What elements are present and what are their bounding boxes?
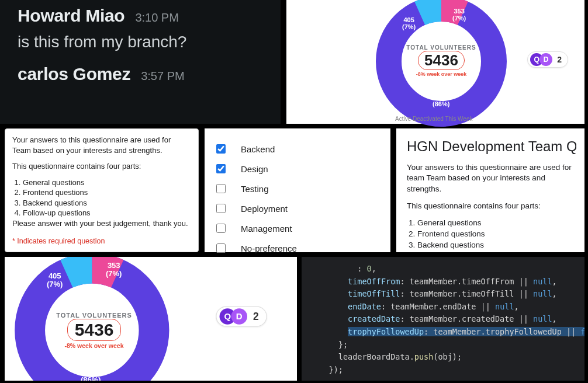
donut-center-label: TOTAL VOLUNTEERS	[50, 312, 138, 319]
badge-d-icon: D	[539, 53, 552, 66]
role-checkbox-panel: Backend Design Testing Deployment Manage…	[205, 128, 390, 252]
donut-legend: Active Deactivated This Week	[395, 116, 512, 122]
form1-closing: Please answer with your best judgement, …	[12, 218, 191, 229]
checkbox-no-preference[interactable]	[216, 243, 226, 253]
form2-parts-lead: This questionnaire contains four parts:	[407, 201, 576, 212]
list-item: Backend questions	[23, 198, 191, 208]
checkbox-label: Backend	[241, 144, 275, 154]
chat-message-1: is this from my branch?	[18, 33, 264, 51]
donut-center-delta: -8% week over week	[403, 71, 479, 77]
checkbox-design[interactable]	[216, 164, 226, 173]
donut-seg-c: 353(7%)	[106, 262, 122, 278]
form2-parts-list: General questions Frontend questions Bac…	[417, 218, 576, 252]
list-item: General questions	[23, 177, 191, 188]
donut-center-label: TOTAL VOLUNTEERS	[403, 44, 479, 51]
checkbox-label: Management	[241, 224, 292, 234]
form1-parts-list: General questions Frontend questions Bac…	[23, 177, 191, 218]
list-item: General questions	[417, 218, 576, 229]
chat-time-1: 3:10 PM	[135, 11, 178, 25]
code-editor-panel[interactable]: : 0, timeOffFrom: teamMember.timeOffFrom…	[302, 257, 584, 381]
checkbox-label: Testing	[241, 184, 269, 194]
questionnaire-panel-right: HGN Development Team Questionnaire Your …	[396, 128, 584, 252]
donut-badge-strip[interactable]: Q D 2	[527, 51, 568, 68]
chat-panel: Howard Miao 3:10 PM is this from my bran…	[0, 0, 281, 124]
chat-time-2: 3:57 PM	[141, 69, 184, 83]
form1-parts-lead: This questionnaire contains four parts:	[12, 161, 191, 172]
chat-sender-2[interactable]: carlos Gomez	[18, 64, 130, 84]
badge-count: 2	[557, 55, 562, 64]
badge-count: 2	[253, 311, 259, 322]
form2-intro: Your answers to this questionnaire are u…	[407, 162, 576, 196]
form2-title: HGN Development Team Questionnaire	[407, 137, 576, 156]
checkbox-deployment[interactable]	[216, 204, 226, 213]
list-item: Follow-up questions	[417, 251, 576, 252]
donut-center: TOTAL VOLUNTEERS 5436 -8% week over week	[50, 312, 138, 349]
donut-center-delta: -8% week over week	[50, 342, 138, 349]
badge-d-icon: D	[231, 308, 248, 325]
checkbox-label: Deployment	[241, 204, 288, 214]
required-indicator: * Indicates required question	[12, 236, 191, 246]
donut-center-value: 5436	[67, 319, 122, 341]
donut-seg-b: 405(7%)	[402, 16, 416, 30]
checkbox-label: No-preference	[241, 243, 297, 253]
donut-seg-b: 405(7%)	[47, 272, 63, 289]
list-item: Follow-up questions	[23, 208, 191, 218]
checkbox-management[interactable]	[216, 224, 226, 233]
checkbox-label: Design	[241, 164, 268, 174]
volunteers-donut-panel: TOTAL VOLUNTEERS 5436 -8% week over week…	[286, 0, 584, 124]
donut-seg-main: 4678(86%)	[81, 368, 101, 381]
list-item: Backend questions	[417, 240, 576, 251]
donut-center: TOTAL VOLUNTEERS 5436 -8% week over week	[403, 44, 479, 77]
donut-badge-strip[interactable]: Q D 2	[216, 307, 267, 327]
chat-sender-1[interactable]: Howard Miao	[18, 6, 124, 26]
list-item: Frontend questions	[417, 229, 576, 240]
donut-center-value: 5436	[418, 51, 465, 70]
checkbox-backend[interactable]	[216, 144, 226, 154]
donut-seg-main: 4678(86%)	[433, 93, 449, 107]
volunteers-donut-panel-large: TOTAL VOLUNTEERS 5436 -8% week over week…	[5, 257, 297, 381]
list-item: Frontend questions	[23, 187, 191, 198]
form1-intro: Your answers to this questionnaire are u…	[12, 135, 191, 155]
checkbox-testing[interactable]	[216, 184, 226, 193]
questionnaire-panel-left: Your answers to this questionnaire are u…	[5, 128, 199, 252]
donut-seg-c: 353(7%)	[452, 8, 466, 22]
